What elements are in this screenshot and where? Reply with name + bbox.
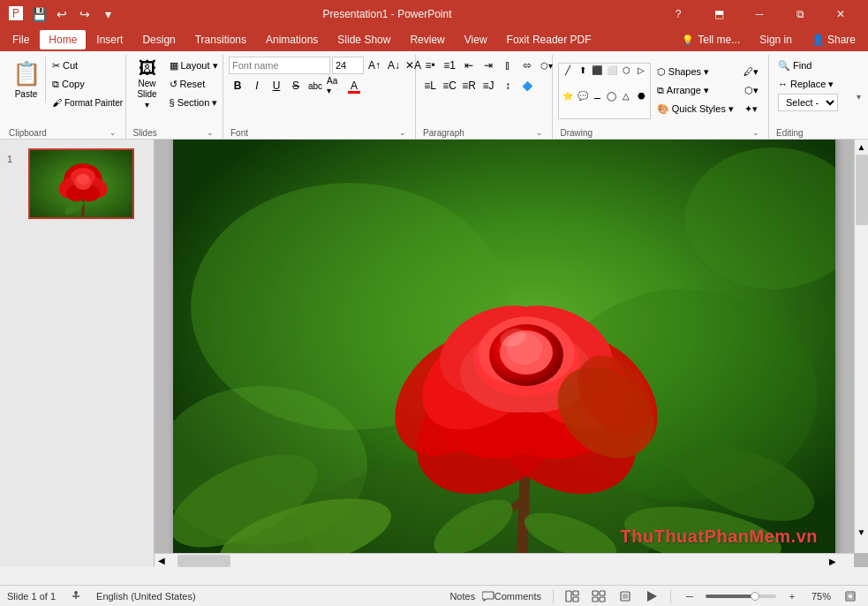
menu-slideshow[interactable]: Slide Show (328, 30, 399, 49)
slide-sorter-button[interactable] (588, 587, 609, 605)
numbering-button[interactable]: ≡1 (441, 57, 458, 74)
drawing-expand-icon[interactable]: ⌄ (751, 127, 761, 138)
ribbon-scroll-down-icon[interactable]: ▾ (852, 71, 864, 124)
shape-item[interactable]: ⬣ (634, 91, 648, 117)
paste-button[interactable]: 📋 Paste (7, 57, 46, 102)
align-right-button[interactable]: ≡R (460, 77, 478, 95)
slide-panel-scroll[interactable]: 1 (0, 140, 154, 567)
minimize-button[interactable]: ─ (739, 0, 780, 28)
shape-item[interactable]: ⬡ (620, 65, 634, 91)
shape-fill-button[interactable]: 🖊▾ (740, 64, 763, 81)
ribbon-display-button[interactable]: ⬒ (698, 0, 739, 28)
justify-button[interactable]: ≡J (479, 77, 497, 95)
undo-button[interactable]: ↩ (53, 5, 71, 23)
shapes-button[interactable]: ⬡ Shapes ▾ (653, 64, 737, 81)
find-button[interactable]: 🔍 Find (774, 57, 815, 74)
close-button[interactable]: ✕ (820, 0, 861, 28)
share-button[interactable]: 👤 Share (803, 30, 864, 49)
text-direction-button[interactable]: ⬄ (518, 57, 536, 74)
shape-item[interactable]: △ (620, 91, 634, 117)
underline-button[interactable]: U (268, 77, 285, 95)
customize-qat-button[interactable]: ▾ (99, 5, 117, 23)
increase-indent-button[interactable]: ⇥ (479, 57, 497, 74)
shapes-gallery[interactable]: ╱ ⬆ ⬛ ⬜ ⬡ ▷ ⭐ 💬 ⚊ ◯ △ ⬣ (558, 63, 650, 119)
normal-view-button[interactable] (562, 587, 583, 605)
slide-preview-1[interactable] (28, 148, 134, 219)
redo-button[interactable]: ↪ (76, 5, 94, 23)
comments-button[interactable]: Comments (479, 587, 545, 605)
quick-styles-button[interactable]: 🎨 Quick Styles ▾ (653, 101, 737, 118)
layout-button[interactable]: ▦ Layout ▾ (166, 57, 222, 74)
font-color-button[interactable]: A (345, 77, 363, 95)
shape-item[interactable]: ⬜ (605, 65, 619, 91)
fit-slide-button[interactable] (840, 587, 861, 605)
menu-view[interactable]: View (456, 30, 496, 49)
zoom-level-button[interactable]: 75% (808, 587, 834, 605)
scroll-down-button[interactable]: ▼ (855, 525, 868, 539)
change-case-button[interactable]: Aa ▾ (326, 77, 343, 95)
increase-font-size-button[interactable]: A↑ (366, 57, 383, 74)
slide-canvas[interactable]: ThuThuatPhanMem.vn (173, 140, 835, 563)
replace-button[interactable]: ↔ Replace ▾ (774, 75, 837, 93)
accessibility-button[interactable] (66, 587, 86, 605)
italic-button[interactable]: I (248, 77, 266, 95)
slide-thumbnail-1[interactable]: 1 (7, 148, 147, 219)
shape-outline-button[interactable]: ⬡▾ (740, 82, 763, 100)
shape-item[interactable]: ⭐ (561, 91, 575, 117)
shape-item[interactable]: ⬆ (576, 65, 590, 91)
menu-review[interactable]: Review (401, 30, 453, 49)
shape-item[interactable]: ╱ (561, 65, 575, 91)
smartart-button[interactable]: ⬡▾ (538, 57, 555, 74)
shape-item[interactable]: ◯ (605, 91, 619, 117)
cut-button[interactable]: ✂ Cut (49, 57, 126, 74)
slideshow-button[interactable] (641, 587, 662, 605)
font-expand-icon[interactable]: ⌄ (397, 127, 408, 138)
menu-foxit[interactable]: Foxit Reader PDF (498, 30, 600, 49)
shape-item[interactable]: 💬 (576, 91, 590, 117)
format-painter-button[interactable]: 🖌 Format Painter (49, 94, 126, 111)
zoom-in-button[interactable]: + (781, 587, 803, 605)
help-button[interactable]: ? (658, 0, 698, 28)
slides-expand-icon[interactable]: ⌄ (205, 127, 215, 138)
vertical-scrollbar[interactable]: ▲ ▼ (854, 140, 868, 553)
zoom-slider[interactable] (706, 595, 776, 598)
scroll-left-button[interactable]: ◀ (155, 555, 169, 567)
menu-transitions[interactable]: Transitions (186, 30, 255, 49)
select-dropdown[interactable]: Select - (778, 94, 838, 111)
shape-item[interactable]: ▷ (634, 65, 648, 91)
reset-button[interactable]: ↺ Reset (166, 75, 222, 93)
convert-to-smartart-button[interactable]: 🔷 (518, 77, 536, 95)
scroll-right-button[interactable]: ▶ (826, 555, 840, 567)
zoom-out-button[interactable]: ─ (679, 587, 700, 605)
paragraph-expand-icon[interactable]: ⌄ (534, 127, 545, 138)
new-slide-button[interactable]: 🖼 NewSlide ▾ (132, 57, 163, 113)
vertical-scroll-thumb[interactable] (856, 155, 868, 225)
ribbon-scroll-right[interactable]: ▾ (852, 55, 864, 139)
menu-animations[interactable]: Animations (257, 30, 327, 49)
font-name-input[interactable] (229, 57, 330, 74)
shape-item[interactable]: ⚊ (591, 91, 605, 117)
columns-button[interactable]: ⫿ (499, 57, 517, 74)
sign-in-button[interactable]: Sign in (751, 30, 801, 49)
save-button[interactable]: 💾 (30, 5, 48, 23)
zoom-handle[interactable] (751, 592, 759, 601)
clipboard-expand-icon[interactable]: ⌄ (108, 127, 118, 138)
section-button[interactable]: § Section ▾ (166, 94, 222, 111)
tell-me-button[interactable]: 💡 Tell me... (673, 30, 749, 49)
horizontal-scroll-thumb[interactable] (177, 555, 230, 567)
menu-home[interactable]: Home (40, 30, 86, 49)
menu-design[interactable]: Design (133, 30, 184, 49)
copy-button[interactable]: ⧉ Copy (49, 75, 126, 93)
arrange-button[interactable]: ⧉ Arrange ▾ (653, 82, 737, 100)
bold-button[interactable]: B (229, 77, 246, 95)
decrease-indent-button[interactable]: ⇤ (460, 57, 478, 74)
menu-insert[interactable]: Insert (87, 30, 132, 49)
scroll-up-button[interactable]: ▲ (855, 140, 868, 154)
horizontal-scrollbar[interactable]: ◀ ▶ (155, 553, 854, 567)
align-left-button[interactable]: ≡L (421, 77, 439, 95)
align-center-button[interactable]: ≡C (441, 77, 458, 95)
shape-effects-button[interactable]: ✦▾ (740, 101, 763, 118)
shape-item[interactable]: ⬛ (591, 65, 605, 91)
notes-button[interactable]: Notes (452, 587, 473, 605)
reading-view-button[interactable] (615, 587, 636, 605)
